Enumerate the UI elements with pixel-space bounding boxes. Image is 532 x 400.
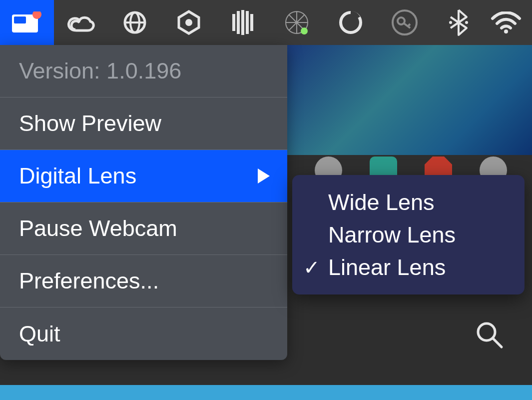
- unity-icon[interactable]: [162, 0, 216, 45]
- creative-cloud-icon[interactable]: [54, 0, 108, 45]
- app-icon[interactable]: [0, 0, 54, 45]
- menu-label: Pause Webcam: [19, 216, 177, 242]
- key-icon[interactable]: [378, 0, 432, 45]
- version-label: Version: 1.0.196: [19, 58, 181, 84]
- menu-version: Version: 1.0.196: [0, 45, 287, 98]
- submenu-label: Linear Lens: [328, 254, 446, 280]
- svg-point-21: [398, 18, 405, 24]
- globe-icon[interactable]: [108, 0, 162, 45]
- menu-digital-lens[interactable]: Digital Lens: [0, 150, 287, 202]
- submenu-narrow-lens[interactable]: Narrow Lens: [292, 218, 525, 251]
- app-dropdown-menu: Version: 1.0.196 Show Preview Digital Le…: [0, 45, 287, 360]
- menu-label: Show Preview: [19, 110, 161, 136]
- submenu-label: Wide Lens: [328, 190, 435, 216]
- wifi-icon[interactable]: [486, 0, 532, 45]
- menu-pause-webcam[interactable]: Pause Webcam: [0, 202, 287, 255]
- svg-rect-10: [241, 10, 244, 35]
- svg-rect-11: [246, 11, 249, 34]
- svg-marker-27: [258, 168, 270, 184]
- svg-point-18: [301, 28, 308, 34]
- network-icon[interactable]: [270, 0, 324, 45]
- submenu-label: Narrow Lens: [328, 222, 456, 248]
- bottom-strip: [0, 385, 532, 400]
- menu-label: Digital Lens: [19, 163, 136, 189]
- svg-line-23: [408, 24, 410, 26]
- circle-icon[interactable]: [324, 0, 378, 45]
- menu-label: Preferences...: [19, 268, 159, 294]
- menu-label: Quit: [19, 321, 60, 347]
- bluetooth-icon[interactable]: [432, 0, 486, 45]
- svg-point-26: [504, 30, 508, 34]
- submenu-wide-lens[interactable]: Wide Lens: [292, 186, 525, 218]
- bars-icon[interactable]: [216, 0, 270, 45]
- svg-point-25: [465, 21, 468, 24]
- svg-rect-1: [14, 16, 26, 24]
- svg-point-24: [449, 21, 452, 24]
- svg-point-7: [185, 19, 192, 26]
- digital-lens-submenu: Wide Lens Narrow Lens ✓ Linear Lens: [292, 175, 525, 294]
- submenu-linear-lens[interactable]: ✓ Linear Lens: [292, 251, 525, 284]
- menu-quit[interactable]: Quit: [0, 308, 287, 360]
- svg-rect-12: [250, 14, 253, 31]
- menu-preferences[interactable]: Preferences...: [0, 255, 287, 308]
- menubar: [0, 0, 532, 45]
- search-icon[interactable]: [475, 320, 505, 352]
- svg-line-29: [493, 338, 502, 347]
- svg-rect-9: [237, 11, 240, 34]
- checkmark-icon: ✓: [303, 256, 320, 279]
- submenu-arrow-icon: [258, 163, 270, 189]
- svg-rect-8: [232, 14, 235, 31]
- menu-show-preview[interactable]: Show Preview: [0, 98, 287, 150]
